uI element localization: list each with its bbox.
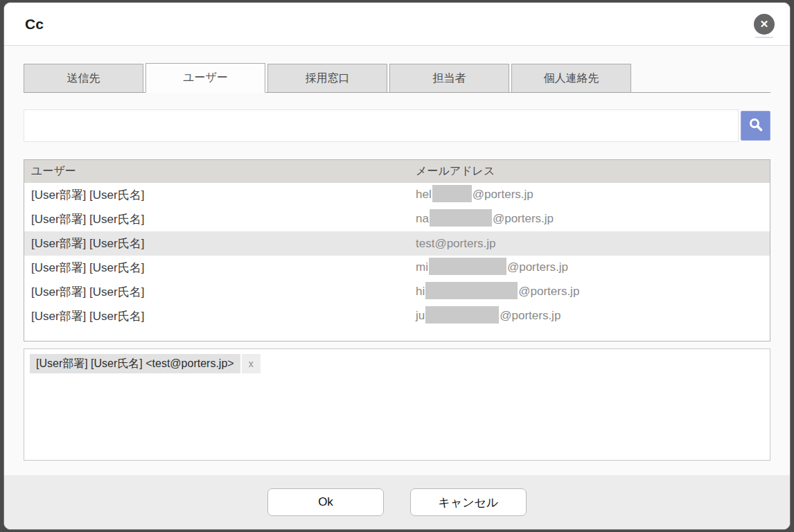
user-cell: [User部署] [User氏名] — [24, 280, 409, 304]
redaction-box — [425, 306, 499, 323]
ok-button[interactable]: Ok — [267, 488, 384, 516]
search-row — [24, 109, 770, 142]
column-header-email: メールアドレス — [409, 160, 770, 183]
cancel-button[interactable]: キャンセル — [410, 488, 527, 516]
redaction-box — [432, 185, 472, 202]
tab-bar: 送信先ユーザー採用窓口担当者個人連絡先 — [24, 63, 770, 93]
table-row[interactable]: [User部署] [User氏名]mi@porters.jp — [24, 256, 770, 280]
user-table-body: [User部署] [User氏名]hel@porters.jp[User部署] … — [24, 183, 770, 328]
table-row[interactable]: [User部署] [User氏名]na@porters.jp — [24, 207, 770, 231]
cc-dialog: Cc ✕ 送信先ユーザー採用窓口担当者個人連絡先 — [3, 2, 791, 530]
email-cell: mi@porters.jp — [409, 256, 770, 280]
column-header-user: ユーザー — [24, 160, 409, 183]
user-cell: [User部署] [User氏名] — [24, 256, 409, 280]
user-cell: [User部署] [User氏名] — [24, 207, 409, 231]
table-row[interactable]: [User部署] [User氏名]hi@porters.jp — [24, 280, 770, 304]
close-icon: ✕ — [760, 18, 769, 30]
table-row[interactable]: [User部署] [User氏名]ju@porters.jp — [24, 304, 770, 328]
user-cell: [User部署] [User氏名] — [24, 183, 409, 207]
table-row[interactable]: [User部署] [User氏名]test@porters.jp — [24, 231, 770, 256]
remove-recipient-button[interactable]: x — [242, 354, 261, 373]
user-cell: [User部署] [User氏名] — [24, 231, 409, 256]
dialog-header: Cc ✕ — [4, 3, 790, 46]
search-button[interactable] — [741, 111, 770, 141]
tab-kojin-renrakusaki[interactable]: 個人連絡先 — [511, 64, 631, 92]
selected-recipients: [User部署] [User氏名] <test@porters.jp>x — [24, 348, 770, 461]
table-header-row: ユーザー メールアドレス — [24, 160, 770, 183]
redaction-box — [425, 282, 518, 299]
redaction-box — [430, 209, 492, 227]
dialog-title: Cc — [25, 16, 44, 33]
dialog-footer: Ok キャンセル — [4, 475, 790, 529]
email-cell: ju@porters.jp — [409, 304, 770, 328]
recipient-chip: [User部署] [User氏名] <test@porters.jp>x — [30, 354, 261, 373]
tab-soushinsaki[interactable]: 送信先 — [24, 64, 143, 92]
user-table: ユーザー メールアドレス [User部署] [User氏名]hel@porter… — [24, 160, 770, 328]
table-row[interactable]: [User部署] [User氏名]hel@porters.jp — [24, 183, 770, 207]
search-icon — [748, 117, 764, 135]
tab-tantousha[interactable]: 担当者 — [389, 64, 509, 92]
user-table-container: ユーザー メールアドレス [User部署] [User氏名]hel@porter… — [24, 159, 770, 342]
tab-user[interactable]: ユーザー — [145, 63, 265, 93]
tab-saiyo-madoguchi[interactable]: 採用窓口 — [267, 64, 387, 92]
email-cell: hel@porters.jp — [409, 183, 770, 207]
recipient-chip-label: [User部署] [User氏名] <test@porters.jp> — [30, 354, 240, 373]
email-cell: na@porters.jp — [409, 207, 770, 231]
email-cell: hi@porters.jp — [409, 280, 770, 304]
email-cell: test@porters.jp — [409, 231, 770, 256]
dialog-body: 送信先ユーザー採用窓口担当者個人連絡先 ユーザー メールアドレス — [4, 46, 790, 475]
redaction-box — [429, 258, 506, 275]
close-button[interactable]: ✕ — [754, 14, 775, 35]
search-input[interactable] — [24, 109, 739, 142]
user-cell: [User部署] [User氏名] — [24, 304, 409, 328]
